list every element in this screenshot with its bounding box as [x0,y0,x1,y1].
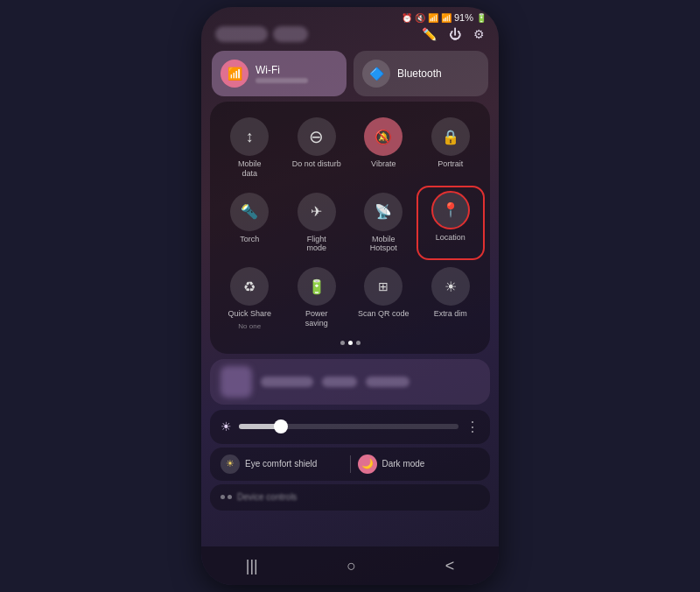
quick-settings-panel: ↕ Mobiledata ⊖ Do not disturb 🔕 Vibrate … [210,102,490,354]
torch-label: Torch [240,235,259,244]
battery-icon: 🔋 [476,13,486,23]
brightness-icon: ☀ [220,419,232,433]
extra-dim-label: Extra dim [434,309,467,319]
qs-location[interactable]: 📍 Location [418,187,484,259]
bluetooth-icon: 🔷 [362,60,390,88]
scan-qr-label: Scan QR code [358,309,410,319]
stub-dot-1 [220,495,225,499]
blurred-info-2 [273,26,308,42]
alarm-icon: ⏰ [402,13,412,23]
wifi-toggle[interactable]: 📶 Wi-Fi [212,51,346,96]
wifi-icon: 📶 [220,60,248,88]
phone-frame: ⏰ 🔇 📶 📶 91% 🔋 ✏️ ⏻ ⚙ 📶 Wi-Fi � [201,7,499,585]
brightness-thumb[interactable] [274,419,288,433]
qs-mobile-data[interactable]: ↕ Mobiledata [217,112,283,184]
dnd-label: Do not disturb [292,159,341,169]
nav-bar: ||| ○ < [201,546,499,585]
dark-mode-label: Dark mode [382,459,425,469]
vibrate-icon: 🔕 [364,117,402,156]
power-saving-icon: 🔋 [298,267,336,306]
mobile-data-icon: ↕ [230,117,269,156]
scan-qr-icon: ⊞ [364,267,402,306]
bluetooth-label: Bluetooth [397,67,442,80]
stub-dot-2 [228,495,232,499]
device-control-label: Device controls [237,492,297,502]
top-action-bar: ✏️ ⏻ ⚙ [201,25,499,47]
dot-1 [340,341,345,345]
vibrate-label: Vibrate [371,159,396,169]
quick-share-icon: ♻ [230,267,269,306]
comfort-row: ☀ Eye comfort shield 🌙 Dark mode [210,448,490,481]
nav-back-icon[interactable]: < [445,557,455,575]
wifi-label-group: Wi-Fi [256,64,308,83]
eye-comfort-item[interactable]: ☀ Eye comfort shield [220,455,343,474]
nav-recents-icon[interactable]: ||| [246,557,258,575]
nav-home-icon[interactable]: ○ [346,557,356,575]
power-icon[interactable]: ⏻ [449,27,461,41]
brightness-container: ☀ ⋮ [210,410,490,444]
comfort-divider [350,455,351,473]
settings-icon[interactable]: ⚙ [473,27,485,41]
media-title-blur [261,377,313,387]
status-bar: ⏰ 🔇 📶 📶 91% 🔋 [201,7,499,25]
qs-portrait[interactable]: 🔒 Portrait [418,112,484,184]
qs-flight-mode[interactable]: ✈ Flightmode [284,187,350,259]
portrait-icon: 🔒 [431,117,470,156]
extra-dim-icon: ☀ [431,267,470,306]
media-album-blur [366,377,410,387]
more-options-icon[interactable]: ⋮ [466,419,480,435]
qs-grid: ↕ Mobiledata ⊖ Do not disturb 🔕 Vibrate … [217,112,483,335]
media-info [261,377,480,387]
qs-quick-share[interactable]: ♻ Quick Share No one [217,262,283,335]
battery-level: 91% [454,12,473,23]
bluetooth-toggle[interactable]: 🔷 Bluetooth [354,51,488,96]
quick-share-sublabel: No one [238,322,261,330]
power-saving-label: Powersaving [305,309,328,328]
media-artist-blur [322,377,357,387]
qs-power-saving[interactable]: 🔋 Powersaving [284,262,350,335]
blurred-info-1 [215,26,268,42]
quick-toggle-row: 📶 Wi-Fi 🔷 Bluetooth [201,47,499,102]
eye-comfort-icon: ☀ [220,455,240,474]
bt-label-group: Bluetooth [397,67,442,80]
mute-icon: 🔇 [415,13,425,23]
signal-icon: 📶 [428,13,438,23]
qs-dnd[interactable]: ⊖ Do not disturb [284,112,350,184]
qs-hotspot[interactable]: 📡 MobileHotspot [351,187,416,259]
top-bar-icons: ✏️ ⏻ ⚙ [422,27,485,41]
torch-icon: 🔦 [230,193,269,231]
flight-label: Flightmode [306,235,326,254]
qs-torch[interactable]: 🔦 Torch [217,187,283,259]
media-block[interactable] [210,359,490,405]
device-stub: Device controls [210,484,490,511]
hotspot-icon: 📡 [364,193,402,231]
qs-scan-qr[interactable]: ⊞ Scan QR code [351,262,416,335]
dark-mode-item[interactable]: 🌙 Dark mode [358,455,480,474]
edit-icon[interactable]: ✏️ [422,27,437,41]
dark-mode-icon: 🌙 [358,455,377,474]
portrait-label: Portrait [438,159,463,169]
dnd-icon: ⊖ [298,117,336,156]
top-bar-left [215,26,308,42]
flight-icon: ✈ [298,193,336,231]
wifi-label: Wi-Fi [256,64,308,76]
mobile-data-label: Mobiledata [238,159,262,179]
location-label: Location [436,233,466,243]
page-dots [217,335,483,347]
brightness-track[interactable] [239,424,458,429]
media-thumbnail [220,366,252,398]
dot-2 [348,341,353,345]
stub-dots [220,495,232,499]
signal2-icon: 📶 [441,13,452,23]
hotspot-label: MobileHotspot [370,235,397,254]
wifi-network-name [256,78,308,83]
quick-share-label: Quick Share [228,309,271,319]
qs-vibrate[interactable]: 🔕 Vibrate [351,112,416,184]
eye-comfort-label: Eye comfort shield [245,459,317,469]
status-icons: ⏰ 🔇 📶 📶 91% 🔋 [402,12,486,23]
location-icon: 📍 [431,191,470,229]
dot-3 [356,341,360,345]
qs-extra-dim[interactable]: ☀ Extra dim [418,262,484,335]
